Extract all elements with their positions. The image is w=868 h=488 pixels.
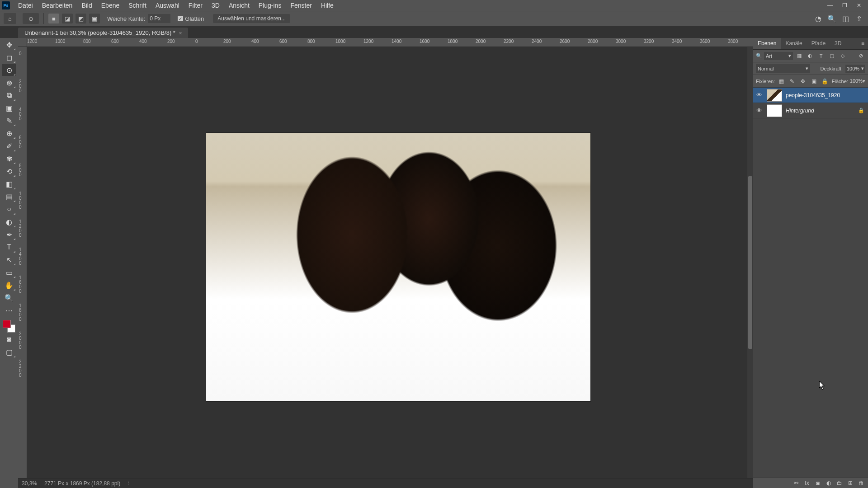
blur-tool[interactable]: ○ — [2, 203, 16, 215]
fill-field[interactable]: 100%▾ — [850, 78, 865, 84]
brush-tool[interactable]: ✐ — [2, 140, 16, 152]
delete-layer-icon[interactable]: 🗑 — [856, 479, 866, 488]
menu-filter[interactable]: Filter — [184, 2, 207, 9]
clone-tool[interactable]: ✾ — [2, 153, 16, 164]
canvas[interactable] — [27, 47, 753, 478]
color-swatch[interactable] — [3, 320, 15, 333]
type-tool[interactable]: T — [2, 241, 16, 253]
new-layer-icon[interactable]: ⊞ — [845, 479, 855, 488]
eyedropper-tool[interactable]: ✎ — [2, 115, 16, 127]
opacity-field[interactable]: 100%▾ — [845, 65, 865, 73]
lock-all-icon[interactable]: 🔒 — [820, 77, 829, 85]
menu-datei[interactable]: Datei — [14, 2, 38, 9]
lock-brush-icon[interactable]: ✎ — [788, 77, 797, 85]
tab-ebenen[interactable]: Ebenen — [753, 38, 781, 49]
blend-mode-dropdown[interactable]: Normal▾ — [756, 64, 810, 73]
frame-tool[interactable]: ▣ — [2, 102, 16, 114]
layer-name[interactable]: people-3104635_1920 — [786, 92, 840, 99]
move-tool[interactable]: ✥ — [2, 39, 16, 51]
tab-pfade[interactable]: Pfade — [807, 38, 830, 49]
filter-adjust-icon[interactable]: ◐ — [806, 52, 815, 60]
menu-ansicht[interactable]: Ansicht — [224, 2, 254, 9]
zoom-level[interactable]: 30,3% — [22, 480, 37, 487]
zoom-tool[interactable]: 🔍 — [2, 292, 16, 304]
dodge-tool[interactable]: ◐ — [2, 216, 16, 228]
menu-plugins[interactable]: Plug-ins — [254, 2, 286, 9]
lock-pixels-icon[interactable]: ▦ — [777, 77, 786, 85]
filter-type-icon[interactable]: T — [816, 52, 826, 60]
more-tools[interactable]: ⋯ — [2, 305, 16, 316]
path-select-tool[interactable]: ↖ — [2, 254, 16, 266]
search-icon[interactable]: 🔍 — [826, 13, 837, 24]
home-button[interactable]: ⌂ — [4, 13, 16, 24]
window-minimize[interactable]: — — [823, 0, 837, 11]
marquee-tool[interactable]: ◻ — [2, 52, 16, 63]
menu-3d[interactable]: 3D — [207, 2, 224, 9]
layer-row[interactable]: 👁Hintergrund🔒 — [753, 103, 868, 118]
ruler-origin[interactable] — [18, 38, 27, 47]
chevron-right-icon[interactable]: 〉 — [127, 480, 132, 487]
close-icon[interactable]: × — [179, 30, 182, 36]
lock-position-icon[interactable]: ✥ — [798, 77, 807, 85]
window-maximize[interactable]: ❐ — [837, 0, 852, 11]
link-layers-icon[interactable]: ⚯ — [791, 479, 801, 488]
antialias-checkbox[interactable]: ✓ Glätten — [178, 15, 204, 22]
scrollbar-thumb[interactable] — [748, 176, 752, 349]
menu-fenster[interactable]: Fenster — [286, 2, 316, 9]
menu-ebene[interactable]: Ebene — [97, 2, 124, 9]
eraser-tool[interactable]: ◧ — [2, 178, 16, 190]
layer-row[interactable]: 👁people-3104635_1920 — [753, 88, 868, 103]
selection-subtract[interactable]: ◩ — [75, 14, 86, 23]
cloud-icon[interactable]: ◔ — [813, 13, 824, 24]
visibility-toggle[interactable]: 👁 — [755, 92, 763, 99]
document-tab[interactable]: Unbenannt-1 bei 30,3% (people-3104635_19… — [18, 28, 188, 38]
menu-bearbeiten[interactable]: Bearbeiten — [38, 2, 77, 9]
layer-thumbnail[interactable] — [767, 104, 782, 117]
window-close[interactable]: ✕ — [852, 0, 866, 11]
filter-shape-icon[interactable]: ▢ — [827, 52, 836, 60]
quick-select-tool[interactable]: ⊛ — [2, 77, 16, 89]
tool-preset-picker[interactable]: ⊙ — [23, 13, 39, 24]
foreground-color[interactable] — [3, 320, 11, 328]
healing-tool[interactable]: ⊕ — [2, 127, 16, 139]
filter-kind-dropdown[interactable]: Art▾ — [764, 52, 793, 60]
feather-field[interactable]: 0 Px — [148, 14, 170, 23]
lock-icon[interactable]: 🔒 — [858, 108, 866, 113]
layer-search[interactable]: 🔍 Art▾ — [756, 52, 793, 60]
select-and-mask-button[interactable]: Auswählen und maskieren... — [213, 14, 290, 23]
layer-name[interactable]: Hintergrund — [786, 108, 814, 114]
mask-icon[interactable]: ◙ — [813, 479, 823, 488]
gradient-tool[interactable]: ▤ — [2, 191, 16, 202]
vertical-scrollbar[interactable] — [747, 47, 753, 478]
image-content[interactable] — [206, 133, 590, 401]
tab-kanaele[interactable]: Kanäle — [781, 38, 807, 49]
menu-auswahl[interactable]: Auswahl — [151, 2, 184, 9]
screen-mode-tool[interactable]: ▢ — [2, 346, 16, 358]
adjustment-icon[interactable]: ◐ — [824, 479, 834, 488]
filter-toggle[interactable]: ⊘ — [856, 52, 865, 60]
fx-icon[interactable]: fx — [802, 479, 812, 488]
lock-artboard-icon[interactable]: ▣ — [809, 77, 818, 85]
vertical-ruler[interactable]: 0200400600800100012001400160018002000220… — [18, 47, 27, 478]
hand-tool[interactable]: ✋ — [2, 279, 16, 291]
selection-intersect[interactable]: ▣ — [89, 14, 100, 23]
menu-hilfe[interactable]: Hilfe — [316, 2, 338, 9]
workspace-icon[interactable]: ◫ — [840, 13, 851, 24]
crop-tool[interactable]: ⧉ — [2, 89, 16, 101]
group-icon[interactable]: 🗀 — [835, 479, 844, 488]
rectangle-tool[interactable]: ▭ — [2, 267, 16, 278]
history-brush-tool[interactable]: ⟲ — [2, 165, 16, 177]
selection-new[interactable]: ■ — [48, 14, 59, 23]
menu-schrift[interactable]: Schrift — [124, 2, 151, 9]
menu-bild[interactable]: Bild — [77, 2, 96, 9]
filter-pixel-icon[interactable]: ▦ — [795, 52, 804, 60]
share-icon[interactable]: ⇪ — [854, 13, 864, 24]
tab-3d[interactable]: 3D — [830, 38, 846, 49]
pen-tool[interactable]: ✒ — [2, 229, 16, 240]
visibility-toggle[interactable]: 👁 — [755, 107, 763, 114]
selection-add[interactable]: ◪ — [62, 14, 73, 23]
lasso-tool[interactable]: ⊙ — [2, 64, 16, 76]
filter-smart-icon[interactable]: ◇ — [838, 52, 847, 60]
horizontal-ruler[interactable]: 1200100080060040020002004006008001000120… — [27, 38, 753, 47]
panel-menu-icon[interactable]: ≡ — [858, 38, 868, 49]
